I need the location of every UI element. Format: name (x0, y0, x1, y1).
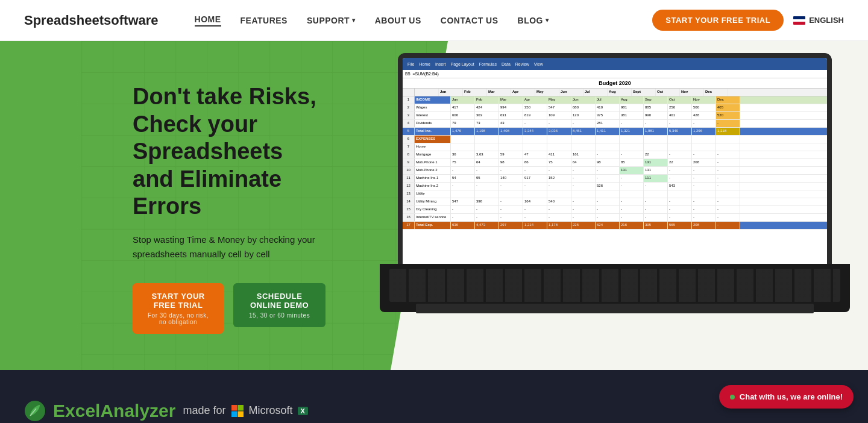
hero-demo-label: SCHEDULE ONLINE DEMO (248, 292, 311, 310)
flag-icon (793, 16, 805, 25)
language-label: ENGLISH (809, 16, 844, 25)
hero-title: Don't take Risks, Check your Spreadsheet… (133, 83, 326, 221)
excel-analyzer-prefix: Excel (53, 401, 100, 421)
nav-contact[interactable]: CONTACT US (441, 16, 498, 25)
hero-title-line3: and Eliminate Errors (133, 166, 281, 219)
hero-title-line1: Don't take Risks, (133, 84, 316, 109)
hero-content: Don't take Risks, Check your Spreadsheet… (0, 41, 350, 370)
nav-features[interactable]: FEATURES (241, 16, 288, 25)
svg-rect-3 (231, 405, 237, 411)
svg-rect-5 (231, 411, 237, 417)
nav-blog[interactable]: BLOG (518, 16, 549, 25)
made-for-label: made for (183, 404, 225, 417)
ms-logo (231, 404, 244, 418)
platform-label: Microsoft (249, 404, 293, 417)
ms-logo-svg (231, 404, 244, 418)
brand-icon-svg (24, 400, 46, 422)
hero-buttons: START YOUR FREE TRIAL For 30 days, no ri… (133, 283, 326, 334)
leaf-icon (24, 400, 46, 422)
nav-links: HOME FEATURES SUPPORT ABOUT US CONTACT U… (195, 14, 653, 27)
nav-home[interactable]: HOME (195, 14, 221, 27)
hero-trial-sub: For 30 days, no risk, no obligation (147, 312, 209, 325)
chat-online-dot (730, 395, 735, 400)
hero-white-area (391, 41, 868, 370)
language-selector[interactable]: ENGLISH (793, 16, 844, 25)
logo-light: software (104, 13, 158, 28)
hero-demo-button[interactable]: SCHEDULE ONLINE DEMO 15, 30 or 60 minute… (233, 283, 326, 327)
logo-bold: Spreadsheet (24, 13, 104, 28)
excel-analyzer-title: ExcelAnalyzer (53, 401, 175, 421)
chat-button[interactable]: Chat with us, we are online! (719, 385, 854, 409)
excel-analyzer-suffix: Analyzer (100, 401, 175, 421)
hero-trial-label: START YOUR FREE TRIAL (147, 292, 209, 310)
made-for-text: made for Microsoft X (183, 404, 307, 418)
hero-trial-button[interactable]: START YOUR FREE TRIAL For 30 days, no ri… (133, 283, 224, 334)
hero-title-line2: Check your Spreadsheets (133, 111, 283, 164)
nav-about[interactable]: ABOUT US (375, 16, 421, 25)
hero-subtitle: Stop wasting Time & Money by checking yo… (133, 233, 326, 262)
chat-label: Chat with us, we are online! (740, 392, 843, 401)
svg-rect-4 (237, 405, 244, 411)
svg-rect-6 (237, 411, 244, 417)
hero-section: Don't take Risks, Check your Spreadsheet… (0, 41, 868, 370)
navbar: Spreadsheetsoftware HOME FEATURES SUPPOR… (0, 0, 868, 41)
nav-right: START YOUR FREE TRIAL ENGLISH (652, 10, 844, 31)
ms-excel-badge: X (298, 407, 308, 415)
hero-demo-sub: 15, 30 or 60 minutes (249, 312, 310, 319)
logo[interactable]: Spreadsheetsoftware (24, 13, 159, 28)
nav-trial-button[interactable]: START YOUR FREE TRIAL (652, 10, 784, 31)
nav-support[interactable]: SUPPORT (307, 16, 356, 25)
